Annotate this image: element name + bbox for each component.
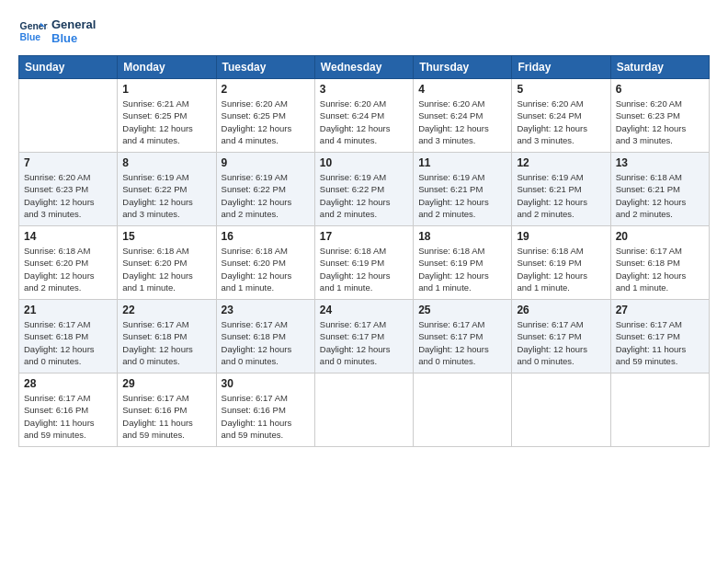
day-number: 16 [222,230,310,243]
calendar-week-4: 21Sunrise: 6:17 AM Sunset: 6:18 PM Dayli… [19,300,710,373]
calendar-cell: 24Sunrise: 6:17 AM Sunset: 6:17 PM Dayli… [314,300,413,373]
day-info: Sunrise: 6:20 AM Sunset: 6:24 PM Dayligh… [517,98,605,146]
day-info: Sunrise: 6:18 AM Sunset: 6:19 PM Dayligh… [517,245,605,293]
day-info: Sunrise: 6:19 AM Sunset: 6:22 PM Dayligh… [320,171,408,220]
day-number: 14 [24,230,112,243]
day-number: 30 [222,377,310,390]
day-number: 5 [517,83,605,96]
calendar-cell: 4Sunrise: 6:20 AM Sunset: 6:24 PM Daylig… [414,79,512,153]
calendar-cell: 15Sunrise: 6:18 AM Sunset: 6:20 PM Dayli… [118,226,216,300]
day-info: Sunrise: 6:20 AM Sunset: 6:24 PM Dayligh… [320,98,408,146]
calendar-cell: 29Sunrise: 6:17 AM Sunset: 6:16 PM Dayli… [118,373,216,447]
day-info: Sunrise: 6:18 AM Sunset: 6:21 PM Dayligh… [616,171,704,220]
day-number: 10 [320,156,408,169]
calendar-cell: 20Sunrise: 6:17 AM Sunset: 6:18 PM Dayli… [610,226,709,300]
day-number: 21 [24,304,112,316]
day-info: Sunrise: 6:17 AM Sunset: 6:18 PM Dayligh… [222,318,310,367]
calendar-cell: 27Sunrise: 6:17 AM Sunset: 6:17 PM Dayli… [610,300,709,373]
calendar-cell [19,79,118,153]
calendar-week-3: 14Sunrise: 6:18 AM Sunset: 6:20 PM Dayli… [19,226,710,300]
calendar-cell: 16Sunrise: 6:18 AM Sunset: 6:20 PM Dayli… [216,226,314,300]
day-number: 15 [122,230,210,243]
header-sunday: Sunday [19,56,118,79]
day-info: Sunrise: 6:17 AM Sunset: 6:17 PM Dayligh… [320,318,408,367]
day-number: 3 [320,83,408,96]
calendar-cell: 7Sunrise: 6:20 AM Sunset: 6:23 PM Daylig… [19,153,118,226]
day-info: Sunrise: 6:17 AM Sunset: 6:18 PM Dayligh… [24,318,112,367]
day-info: Sunrise: 6:17 AM Sunset: 6:16 PM Dayligh… [24,392,112,441]
day-number: 1 [122,83,210,96]
day-info: Sunrise: 6:17 AM Sunset: 6:17 PM Dayligh… [616,318,704,367]
calendar-week-1: 1Sunrise: 6:21 AM Sunset: 6:25 PM Daylig… [19,79,710,153]
day-number: 4 [418,83,506,96]
calendar-cell: 1Sunrise: 6:21 AM Sunset: 6:25 PM Daylig… [118,79,216,153]
calendar-cell [314,373,413,447]
day-info: Sunrise: 6:18 AM Sunset: 6:19 PM Dayligh… [418,245,506,293]
calendar-cell: 25Sunrise: 6:17 AM Sunset: 6:17 PM Dayli… [414,300,512,373]
calendar-cell [512,373,610,447]
day-info: Sunrise: 6:17 AM Sunset: 6:16 PM Dayligh… [222,392,310,441]
day-number: 8 [122,156,210,169]
day-info: Sunrise: 6:20 AM Sunset: 6:25 PM Dayligh… [222,98,310,146]
day-number: 23 [222,304,310,316]
calendar-cell: 30Sunrise: 6:17 AM Sunset: 6:16 PM Dayli… [216,373,314,447]
day-info: Sunrise: 6:21 AM Sunset: 6:25 PM Dayligh… [122,98,210,146]
calendar-cell: 18Sunrise: 6:18 AM Sunset: 6:19 PM Dayli… [414,226,512,300]
calendar-cell: 2Sunrise: 6:20 AM Sunset: 6:25 PM Daylig… [216,79,314,153]
logo: General Blue General Blue [18,17,96,46]
header-saturday: Saturday [610,56,709,79]
day-number: 24 [320,304,408,316]
calendar-cell: 23Sunrise: 6:17 AM Sunset: 6:18 PM Dayli… [216,300,314,373]
calendar-cell: 21Sunrise: 6:17 AM Sunset: 6:18 PM Dayli… [19,300,118,373]
day-info: Sunrise: 6:19 AM Sunset: 6:21 PM Dayligh… [418,171,506,220]
day-number: 22 [122,304,210,316]
calendar-cell: 28Sunrise: 6:17 AM Sunset: 6:16 PM Dayli… [19,373,118,447]
calendar-cell: 6Sunrise: 6:20 AM Sunset: 6:23 PM Daylig… [610,79,709,153]
day-number: 28 [24,377,112,390]
day-info: Sunrise: 6:20 AM Sunset: 6:24 PM Dayligh… [418,98,506,146]
logo-general: General [51,17,96,31]
day-number: 17 [320,230,408,243]
day-number: 2 [222,83,310,96]
calendar-cell: 3Sunrise: 6:20 AM Sunset: 6:24 PM Daylig… [314,79,413,153]
header-thursday: Thursday [414,56,512,79]
header-friday: Friday [512,56,610,79]
calendar-cell: 5Sunrise: 6:20 AM Sunset: 6:24 PM Daylig… [512,79,610,153]
calendar: Sunday Monday Tuesday Wednesday Thursday… [18,55,710,447]
calendar-cell: 10Sunrise: 6:19 AM Sunset: 6:22 PM Dayli… [314,153,413,226]
day-info: Sunrise: 6:17 AM Sunset: 6:16 PM Dayligh… [122,392,210,441]
day-number: 20 [616,230,704,243]
day-number: 9 [222,156,310,169]
day-number: 18 [418,230,506,243]
header: General Blue General Blue [18,17,710,46]
day-number: 11 [418,156,506,169]
day-info: Sunrise: 6:19 AM Sunset: 6:22 PM Dayligh… [222,171,310,220]
calendar-cell [414,373,512,447]
calendar-cell: 17Sunrise: 6:18 AM Sunset: 6:19 PM Dayli… [314,226,413,300]
logo-blue: Blue [51,31,96,45]
calendar-cell: 22Sunrise: 6:17 AM Sunset: 6:18 PM Dayli… [118,300,216,373]
day-info: Sunrise: 6:17 AM Sunset: 6:18 PM Dayligh… [616,245,704,293]
header-wednesday: Wednesday [314,56,413,79]
day-info: Sunrise: 6:20 AM Sunset: 6:23 PM Dayligh… [616,98,704,146]
calendar-cell: 13Sunrise: 6:18 AM Sunset: 6:21 PM Dayli… [610,153,709,226]
day-info: Sunrise: 6:18 AM Sunset: 6:20 PM Dayligh… [122,245,210,293]
day-number: 13 [616,156,704,169]
calendar-cell: 9Sunrise: 6:19 AM Sunset: 6:22 PM Daylig… [216,153,314,226]
page: General Blue General Blue Sunday Monday … [0,0,728,563]
day-info: Sunrise: 6:18 AM Sunset: 6:20 PM Dayligh… [24,245,112,293]
calendar-week-5: 28Sunrise: 6:17 AM Sunset: 6:16 PM Dayli… [19,373,710,447]
day-info: Sunrise: 6:17 AM Sunset: 6:18 PM Dayligh… [122,318,210,367]
day-number: 19 [517,230,605,243]
svg-text:Blue: Blue [20,32,41,42]
day-info: Sunrise: 6:18 AM Sunset: 6:20 PM Dayligh… [222,245,310,293]
calendar-cell: 26Sunrise: 6:17 AM Sunset: 6:17 PM Dayli… [512,300,610,373]
weekday-header-row: Sunday Monday Tuesday Wednesday Thursday… [19,56,710,79]
calendar-cell: 14Sunrise: 6:18 AM Sunset: 6:20 PM Dayli… [19,226,118,300]
calendar-cell: 8Sunrise: 6:19 AM Sunset: 6:22 PM Daylig… [118,153,216,226]
day-number: 7 [24,156,112,169]
day-info: Sunrise: 6:17 AM Sunset: 6:17 PM Dayligh… [517,318,605,367]
day-info: Sunrise: 6:18 AM Sunset: 6:19 PM Dayligh… [320,245,408,293]
logo-icon: General Blue [18,17,48,46]
day-number: 12 [517,156,605,169]
